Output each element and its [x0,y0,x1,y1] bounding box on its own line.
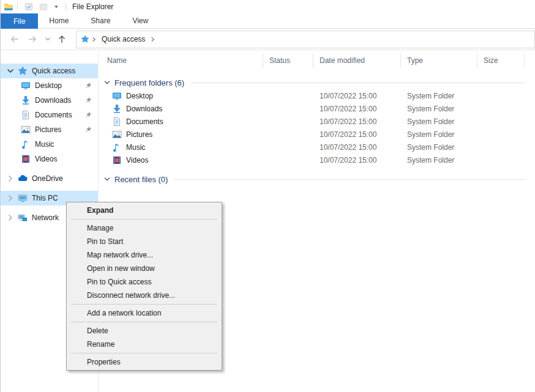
sidebar-item-label: OneDrive [32,174,63,183]
ribbon-tabs: FileHomeShareView [1,13,535,29]
file-name-cell: Downloads [99,104,263,114]
file-name: Music [126,143,145,152]
file-name-cell: Desktop [99,91,263,101]
sidebar-item-quick-access[interactable]: Quick access [1,64,98,78]
tab-file[interactable]: File [1,13,38,29]
tab-view[interactable]: View [121,13,159,28]
column-header-name[interactable]: Name [99,53,263,68]
menu-separator [71,219,217,220]
sidebar-item-pictures[interactable]: Pictures [1,122,98,137]
pin-icon [84,125,92,134]
sidebar-item-documents[interactable]: Documents [1,108,98,122]
menu-separator [71,304,217,305]
menu-item-open-in-new-window[interactable]: Open in new window [67,262,222,275]
desktop-icon [21,81,31,91]
group-header-line [174,179,525,180]
address-bar[interactable]: Quick access [76,31,535,48]
up-button[interactable] [55,32,69,46]
explorer-folder-icon [4,2,13,12]
menu-item-properties[interactable]: Properties [67,355,222,369]
file-type-cell: System Folder [401,130,477,139]
sidebar-item-music[interactable]: Music [1,137,98,152]
file-row-music[interactable]: Music10/07/2022 15:00System Folder [99,141,535,153]
tab-home[interactable]: Home [38,13,80,28]
qat-separator [65,2,66,11]
qat-new-folder-button[interactable] [39,2,48,12]
back-arrow-icon [10,34,20,44]
group-frequent-folders-6: Frequent folders (6)Desktop10/07/2022 15… [99,76,535,166]
file-row-desktop[interactable]: Desktop10/07/2022 15:00System Folder [99,89,535,102]
group-header[interactable]: Frequent folders (6) [99,76,535,89]
file-row-downloads[interactable]: Downloads10/07/2022 15:00System Folder [99,102,535,115]
pin-icon [84,96,92,105]
qat-properties-button[interactable] [24,2,34,12]
properties-check-icon [24,2,34,12]
sidebar-item-label: Music [35,140,54,149]
menu-item-disconnect-network-drive[interactable]: Disconnect network drive... [67,289,222,302]
tree-chevron-collapsed-icon[interactable] [6,193,15,203]
file-name: Desktop [126,92,153,100]
menu-item-expand[interactable]: Expand [67,204,222,217]
menu-item-delete[interactable]: Delete [67,324,222,338]
sidebar-item-label: Desktop [35,81,62,90]
column-header-date-modified[interactable]: Date modified [313,53,401,68]
tree-chevron-collapsed-icon[interactable] [6,174,15,183]
breadcrumb-item[interactable]: Quick access [99,35,148,43]
group-title: Recent files (0) [114,175,168,184]
file-type-cell: System Folder [401,92,477,100]
recent-locations-dropdown[interactable] [43,32,52,46]
menu-item-rename[interactable]: Rename [67,338,222,351]
downloads-icon [112,104,122,114]
context-menu: ExpandManagePin to StartMap network driv… [66,202,222,371]
onedrive-icon [18,174,28,183]
sidebar-item-desktop[interactable]: Desktop [1,78,98,93]
sidebar-item-label: Network [32,213,59,222]
desktop-icon [112,91,122,101]
menu-item-manage[interactable]: Manage [67,221,222,235]
this-pc-icon [18,193,28,203]
column-header-type[interactable]: Type [401,53,477,68]
titlebar: File Explorer [1,0,535,13]
file-type-cell: System Folder [401,117,477,126]
file-date-cell: 10/07/2022 15:00 [313,143,401,152]
menu-item-map-network-drive[interactable]: Map network drive... [67,248,222,262]
network-icon [18,213,28,223]
music-icon [21,139,31,149]
file-row-pictures[interactable]: Pictures10/07/2022 15:00System Folder [99,128,535,141]
sidebar-item-downloads[interactable]: Downloads [1,93,98,108]
file-type-cell: System Folder [401,156,477,165]
tree-chevron-collapsed-icon[interactable] [6,213,15,223]
menu-item-pin-to-quick-access[interactable]: Pin to Quick access [67,275,222,289]
sidebar-item-videos[interactable]: Videos [1,152,98,166]
up-arrow-icon [57,34,67,44]
back-button[interactable] [8,32,21,46]
pictures-icon [21,125,31,135]
documents-icon [112,117,122,127]
tab-share[interactable]: Share [80,13,121,28]
file-explorer-window: File Explorer FileHomeShareView Quick ac… [0,0,535,392]
group-chevron-icon[interactable] [103,175,111,183]
file-name-cell: Videos [99,155,263,165]
chevron-right-crumb-icon[interactable] [91,36,97,43]
file-name: Pictures [126,130,152,139]
downloads-icon [21,95,31,105]
videos-icon [21,154,31,164]
pin-icon [84,81,92,90]
group-recent-files-0: Recent files (0) [99,172,535,186]
chevron-right-crumb-icon[interactable] [149,36,156,43]
column-header-size[interactable]: Size [477,53,525,68]
qat-customize-dropdown[interactable] [53,3,60,10]
sidebar-item-onedrive[interactable]: OneDrive [1,171,98,186]
forward-button[interactable] [26,32,39,46]
group-chevron-icon[interactable] [103,78,111,87]
pin-icon [84,111,92,119]
group-header[interactable]: Recent files (0) [99,172,535,186]
menu-item-add-a-network-location[interactable]: Add a network location [67,306,222,320]
tree-chevron-expanded-icon[interactable] [6,66,15,76]
column-header-status[interactable]: Status [263,53,313,68]
file-row-documents[interactable]: Documents10/07/2022 15:00System Folder [99,115,535,128]
documents-icon [21,110,31,120]
file-row-videos[interactable]: Videos10/07/2022 15:00System Folder [99,153,535,166]
sidebar-item-label: Videos [35,155,57,163]
menu-item-pin-to-start[interactable]: Pin to Start [67,235,222,248]
